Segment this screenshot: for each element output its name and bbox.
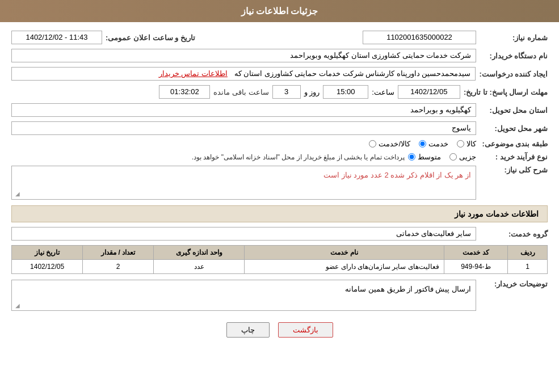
page-wrapper: جزئیات اطلاعات نیاز شماره نیاز: 11020016… (0, 0, 559, 392)
category-radio-group: کالا خدمت کالا/خدمت (369, 140, 476, 148)
need-desc-field: از هر یک از اقلام ذکر شده 2 عدد مورد نیا… (11, 166, 476, 200)
province-row: استان محل تحویل: کهگیلویه و بویراحمد (11, 103, 548, 117)
buyer-org-field: شرکت خدمات حمایتی کشاورزی استان کهگیلویه… (11, 49, 476, 62)
province-label: استان محل تحویل: (480, 106, 548, 115)
deadline-days-field: 3 (272, 85, 301, 99)
creator-value: سیدمحمدحسین داورپناه کارشناس شرکت خدمات … (234, 69, 471, 78)
category-goods-service-radio[interactable] (369, 140, 376, 147)
resize-handle-icon[interactable]: ◢ (13, 191, 20, 198)
table-row: 1 ط-94-949 فعالیت‌های سایر سازمان‌های دا… (12, 260, 548, 274)
col-service-name: نام خدمت (245, 246, 444, 260)
category-service-label: خدمت (428, 140, 448, 148)
cell-service-name: فعالیت‌های سایر سازمان‌های دارای عضو (245, 260, 444, 274)
deadline-time-field: 15:00 (323, 85, 368, 99)
buyer-notes-value: ارسال پیش فاکتور از طریق همین سامانه (345, 285, 471, 293)
purchase-type-row: نوع فرآیند خرید : جزیی متوسط پرداخت تمام… (11, 153, 548, 161)
purchase-type-medium[interactable]: متوسط (408, 153, 441, 161)
category-service-radio[interactable] (419, 140, 426, 147)
creator-field: سیدمحمدحسین داورپناه کارشناس شرکت خدمات … (11, 67, 476, 81)
cell-quantity: 2 (83, 260, 154, 274)
buyer-notes-container: ارسال پیش فاکتور از طریق همین سامانه ◢ (11, 280, 476, 311)
announcement-date-label: تاریخ و ساعت اعلان عمومی: (106, 33, 195, 42)
need-desc-label: شرح کلی نیاز: (480, 166, 548, 174)
city-field: یاسوج (11, 121, 476, 135)
cell-date: 1402/12/05 (12, 260, 83, 274)
back-button[interactable]: بازگشت (278, 322, 333, 338)
need-number-row: شماره نیاز: 1102001635000022 تاریخ و ساع… (11, 31, 548, 44)
service-group-label: گروه خدمت: (480, 230, 548, 238)
category-option-goods[interactable]: کالا (457, 140, 476, 148)
city-row: شهر محل تحویل: یاسوج (11, 121, 548, 135)
purchase-type-partial[interactable]: جزیی (449, 153, 476, 161)
buyer-notes-label: توضیحات خریدار: (480, 280, 548, 288)
category-goods-radio[interactable] (457, 140, 464, 147)
purchase-type-label: نوع فرآیند خرید : (480, 153, 548, 161)
contact-link[interactable]: اطلاعات تماس خریدار (159, 69, 228, 78)
col-row-num: ردیف (508, 246, 548, 260)
need-desc-value: از هر یک از اقلام ذکر شده 2 عدد مورد نیا… (323, 171, 471, 179)
category-goods-service-label: کالا/خدمت (379, 140, 410, 148)
buyer-org-label: نام دستگاه خریدار: (480, 52, 548, 60)
category-option-service[interactable]: خدمت (419, 140, 448, 148)
province-field: کهگیلویه و بویراحمد (11, 103, 476, 117)
deadline-day-label: روز و (304, 88, 320, 96)
purchase-type-medium-label: متوسط (418, 153, 441, 161)
purchase-type-radio-group: جزیی متوسط (408, 153, 476, 161)
cell-unit: عدد (154, 260, 245, 274)
col-quantity: تعداد / مقدار (83, 246, 154, 260)
col-unit: واحد اندازه گیری (154, 246, 245, 260)
services-table-body: 1 ط-94-949 فعالیت‌های سایر سازمان‌های دا… (12, 260, 548, 274)
remaining-label: ساعت باقی مانده (213, 88, 268, 96)
deadline-date-field: 1402/12/05 (398, 85, 460, 99)
remaining-time-field: 01:32:02 (159, 85, 210, 99)
services-section-title: اطلاعات خدمات مورد نیاز (455, 209, 539, 218)
purchase-type-partial-label: جزیی (459, 153, 476, 161)
col-service-code: کد خدمت (444, 246, 508, 260)
content-area: شماره نیاز: 1102001635000022 تاریخ و ساع… (0, 22, 559, 357)
category-label: طبقه بندی موضوعی: (480, 140, 548, 148)
purchase-type-medium-radio[interactable] (408, 153, 415, 161)
category-option-goods-service[interactable]: کالا/خدمت (369, 140, 410, 148)
deadline-row: مهلت ارسال پاسخ: تا تاریخ: 1402/12/05 سا… (11, 85, 548, 99)
print-button[interactable]: چاپ (226, 322, 270, 338)
creator-row: ایجاد کننده درخواست: سیدمحمدحسین داورپنا… (11, 67, 548, 81)
buyer-notes-row: توضیحات خریدار: ارسال پیش فاکتور از طریق… (11, 280, 548, 311)
service-group-row: گروه خدمت: سایر فعالیت‌های خدماتی (11, 227, 548, 241)
cell-row-num: 1 (508, 260, 548, 274)
resize-handle-notes-icon[interactable]: ◢ (13, 302, 20, 309)
need-desc-row: شرح کلی نیاز: از هر یک از اقلام ذکر شده … (11, 166, 548, 200)
service-group-field: سایر فعالیت‌های خدماتی (11, 227, 476, 241)
need-number-label: شماره نیاز: (480, 33, 548, 42)
need-desc-container: از هر یک از اقلام ذکر شده 2 عدد مورد نیا… (11, 166, 476, 200)
city-label: شهر محل تحویل: (480, 124, 548, 133)
page-header: جزئیات اطلاعات نیاز (0, 0, 559, 22)
creator-label: ایجاد کننده درخواست: (479, 70, 548, 78)
category-goods-label: کالا (466, 140, 476, 148)
services-section-header: اطلاعات خدمات مورد نیاز (11, 205, 548, 222)
category-row: طبقه بندی موضوعی: کالا خدمت کالا/خدمت (11, 140, 548, 148)
deadline-label: مهلت ارسال پاسخ: تا تاریخ: (464, 88, 548, 96)
col-date: تاریخ نیاز (12, 246, 83, 260)
purchase-type-desc: پرداخت تمام یا بخشی از مبلغ خریدار از مح… (11, 153, 405, 161)
buyer-notes-field: ارسال پیش فاکتور از طریق همین سامانه ◢ (11, 280, 476, 311)
announcement-date-field: 1402/12/02 - 11:43 (11, 31, 102, 44)
buyer-org-row: نام دستگاه خریدار: شرکت خدمات حمایتی کشا… (11, 49, 548, 62)
need-number-field: 1102001635000022 (363, 31, 476, 44)
deadline-time-label: ساعت: (372, 88, 394, 96)
services-table: ردیف کد خدمت نام خدمت واحد اندازه گیری ت… (11, 245, 548, 274)
button-row: بازگشت چاپ (11, 322, 548, 349)
page-title: جزئیات اطلاعات نیاز (241, 6, 318, 16)
table-header-row: ردیف کد خدمت نام خدمت واحد اندازه گیری ت… (12, 246, 548, 260)
cell-service-code: ط-94-949 (444, 260, 508, 274)
purchase-type-partial-radio[interactable] (449, 153, 457, 161)
